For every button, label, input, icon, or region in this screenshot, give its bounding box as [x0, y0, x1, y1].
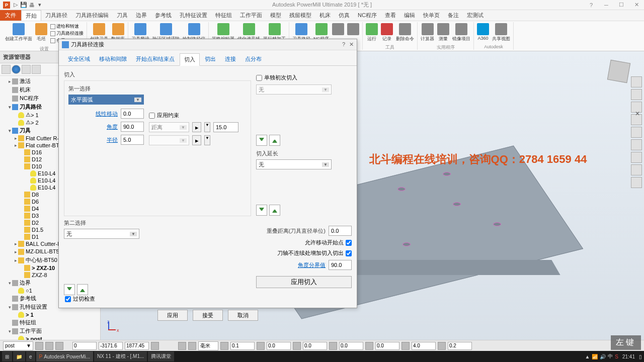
right-down-1-button[interactable] [256, 135, 267, 146]
constraint-next-button[interactable]: ▸ [192, 122, 201, 132]
show-desktop[interactable]: ▯ [639, 354, 642, 359]
bb-icon-4[interactable] [151, 342, 159, 350]
dropdown-icon[interactable]: ▾ [36, 2, 43, 9]
radius-input[interactable] [121, 135, 144, 145]
linear-move-label[interactable]: 线性移动 [96, 110, 118, 118]
tab-move-gap[interactable]: 移动和间隙 [95, 53, 131, 65]
second-choice-combo[interactable]: 无▼ [64, 229, 139, 239]
zoom-fit-icon[interactable] [631, 76, 642, 87]
coord-x-input[interactable] [72, 342, 97, 350]
view-cube[interactable] [607, 60, 630, 83]
menu-holes[interactable]: 孔特征设置 [176, 10, 211, 21]
overlap-input[interactable] [329, 226, 352, 236]
linear-move-input[interactable] [121, 109, 144, 119]
menu-nc[interactable]: NC程序 [354, 10, 381, 21]
menu-tool[interactable]: 刀具 [113, 10, 132, 21]
single-first-checkbox[interactable] [256, 75, 262, 81]
cutin-ext-combo[interactable]: 无▼ [256, 159, 332, 169]
tab-start-end[interactable]: 开始点和结束点 [132, 53, 179, 65]
tray-s-icon[interactable]: S [615, 354, 618, 359]
apply-cutin-button[interactable]: 应用切入 [256, 276, 352, 288]
sidebar-tool-1[interactable] [2, 65, 11, 74]
help-icon[interactable]: ? [584, 0, 599, 10]
tray-vol-icon[interactable]: 🔊 [600, 354, 606, 359]
tab-point-dist[interactable]: 点分布 [241, 53, 266, 65]
coord-y-input[interactable] [99, 342, 123, 350]
task-tencent[interactable]: 腾讯课堂 [148, 351, 174, 361]
maximize-icon[interactable]: ☐ [614, 0, 629, 10]
save-icon[interactable]: 💾 [20, 2, 27, 9]
delete-cmd-button[interactable]: 删除命令 [395, 22, 415, 43]
constraint-combo-2[interactable]: ▼ [149, 135, 189, 145]
tab-cutin[interactable]: 切入 [180, 53, 200, 66]
val-5-input[interactable] [375, 342, 399, 350]
bb-icon-13[interactable] [438, 342, 446, 350]
bb-icon-2[interactable] [45, 342, 53, 350]
constraint-dd[interactable]: ▼ [204, 122, 210, 132]
sidebar-tool-3[interactable] [22, 65, 31, 74]
menu-edit[interactable]: 编辑 [400, 10, 419, 21]
menu-toolpath-edit[interactable]: 刀具路径编辑 [71, 10, 113, 21]
menu-workplane[interactable]: 工作平面 [236, 10, 266, 21]
right-up-1-button[interactable] [269, 135, 280, 146]
share-view-button[interactable]: 共享视图 [491, 22, 511, 43]
menu-quickpage[interactable]: 快单页 [419, 10, 444, 21]
bb-icon-7[interactable] [220, 342, 228, 350]
bb-icon-8[interactable] [257, 342, 265, 350]
cancel-button[interactable]: 取消 [228, 310, 258, 321]
bb-icon-6[interactable] [188, 342, 196, 350]
constraint-dd-2[interactable]: ▼ [204, 135, 210, 145]
right-down-2-button[interactable] [256, 205, 267, 216]
val-1-input[interactable] [230, 342, 255, 350]
tab-connect[interactable]: 连接 [221, 53, 240, 65]
a360-button[interactable]: A360 [476, 22, 490, 43]
bb-icon-11[interactable] [365, 342, 373, 350]
feed-speed-option[interactable]: 进给和转速 [50, 23, 84, 30]
first-choice-combo[interactable]: 水平圆弧▼ [68, 95, 144, 105]
view-tool-2[interactable] [631, 89, 642, 100]
menu-machine[interactable]: 机床 [315, 10, 335, 21]
move-down-button[interactable] [64, 284, 75, 295]
minimize-icon[interactable]: ─ [599, 0, 614, 10]
menu-residual[interactable]: 残留模型 [285, 10, 315, 21]
menu-view[interactable]: 查看 [381, 10, 400, 21]
tray-net-icon[interactable]: 📶 [592, 354, 598, 359]
overcut-check-checkbox[interactable] [65, 296, 71, 302]
apply-button[interactable]: 应用 [157, 310, 188, 321]
menu-feature[interactable]: 特征组 [211, 10, 236, 21]
record-button[interactable]: 记录 [380, 22, 394, 43]
tray-ime-icon[interactable]: 中 [608, 353, 613, 360]
bb-icon-1[interactable] [35, 342, 43, 350]
move-up-button[interactable] [77, 284, 88, 295]
task-nx[interactable]: NX 11 - 建模 - [.M1... [94, 351, 147, 361]
apply-constraint-checkbox[interactable] [149, 113, 155, 119]
tab-safe-area[interactable]: 安全区域 [64, 53, 94, 65]
menu-refline[interactable]: 参考线 [151, 10, 176, 21]
angle-label[interactable]: 角度 [107, 123, 118, 131]
task-powermill[interactable]: PAutodesk PowerMi... [36, 351, 93, 361]
menu-sim[interactable]: 仿真 [335, 10, 354, 21]
bb-icon-3[interactable] [55, 342, 63, 350]
radius-label[interactable]: 半径 [107, 136, 118, 144]
constraint-next-2-button[interactable]: ▸ [192, 135, 201, 145]
dialog-close-icon[interactable]: ✕ [349, 41, 354, 48]
close-icon[interactable]: ✕ [629, 0, 644, 10]
bb-icon-12[interactable] [401, 342, 410, 350]
bb-icon-10[interactable] [329, 342, 337, 350]
tree-workplane[interactable]: ▾工作平面 [1, 327, 99, 335]
tab-cutout[interactable]: 切出 [201, 53, 220, 65]
tray-icon[interactable]: ▲ [585, 354, 590, 359]
menu-boundary[interactable]: 边界 [132, 10, 151, 21]
toolpath-connect-option[interactable]: 刀具路径连接 [50, 30, 84, 37]
viewport-close-icon[interactable]: ✕ [634, 110, 641, 117]
accept-button[interactable]: 接受 [193, 310, 223, 321]
right-up-2-button[interactable] [269, 205, 280, 216]
angle-input[interactable] [121, 122, 144, 132]
create-workplane-button[interactable]: 创建工作平面 [4, 22, 33, 45]
unit-combo[interactable]: 毫米 [198, 341, 218, 350]
view-tool-7[interactable] [631, 152, 642, 163]
menu-toolpath[interactable]: 刀具路径 [41, 10, 71, 21]
val-7-input[interactable] [448, 342, 472, 350]
post-combo[interactable]: post▼ [3, 341, 33, 350]
run-button[interactable]: 运行 [365, 22, 379, 43]
